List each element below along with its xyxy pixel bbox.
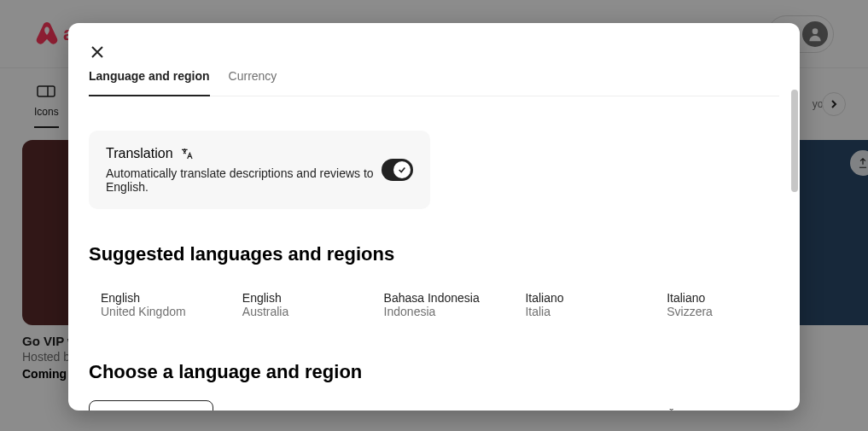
tab-currency[interactable]: Currency [229, 69, 277, 96]
lang-option[interactable]: ČeštinaČeská republika [655, 400, 779, 411]
translation-panel: Translation Automatically translate desc… [89, 131, 430, 209]
choose-heading: Choose a language and region [89, 361, 779, 383]
language-modal: Language and region Currency Translation… [68, 23, 800, 411]
lang-option[interactable]: CatalàEspanya [513, 400, 638, 411]
lang-option[interactable]: ItalianoSvizzera [655, 282, 779, 327]
translation-title: Translation [106, 146, 382, 161]
lang-option[interactable]: EnglishUnited Kingdom [89, 282, 213, 327]
lang-option[interactable]: EnglishAustralia [230, 282, 355, 327]
check-icon [398, 166, 406, 174]
close-icon [91, 46, 103, 58]
lang-option-selected[interactable]: EnglishUnited States [89, 400, 213, 411]
translation-toggle[interactable] [382, 159, 413, 181]
lang-option[interactable]: ItalianoItalia [513, 282, 638, 327]
toggle-knob [393, 161, 411, 178]
suggested-grid: EnglishUnited Kingdom EnglishAustralia B… [89, 282, 779, 327]
translation-desc: Automatically translate descriptions and… [106, 166, 382, 194]
suggested-heading: Suggested languages and regions [89, 243, 779, 265]
close-button[interactable] [85, 40, 109, 64]
choose-grid: EnglishUnited States Azərbaycan diliAzər… [89, 400, 779, 411]
tab-language-region[interactable]: Language and region [89, 69, 210, 96]
translate-icon [180, 147, 194, 160]
lang-option[interactable]: Bahasa IndonesiaIndonesia [372, 282, 497, 327]
lang-option[interactable]: BosanskiBosna i Hercegovina [372, 400, 497, 411]
lang-option[interactable]: Azərbaycan diliAzərbaycan [230, 400, 355, 411]
modal-tabs: Language and region Currency [89, 69, 779, 96]
scrollbar[interactable] [791, 90, 798, 192]
